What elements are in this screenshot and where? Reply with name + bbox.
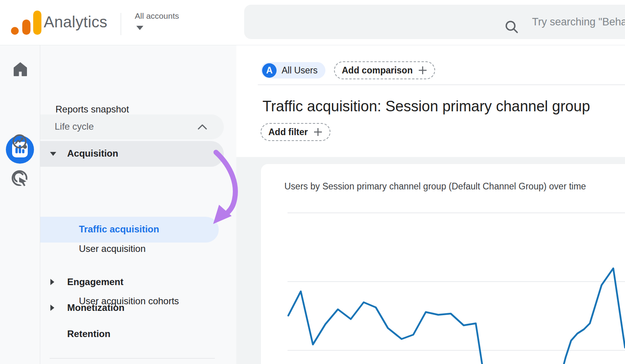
reports-sidebar: Reports snapshot Realtime Life cycle Acq… — [40, 45, 236, 364]
header-row-divider — [258, 84, 625, 85]
rail-advertising-button[interactable] — [0, 170, 40, 188]
rail-home-button[interactable] — [0, 61, 40, 78]
sidebar-item-traffic-acquisition[interactable]: Traffic acquisition — [40, 217, 219, 243]
account-caret-down-icon[interactable] — [136, 26, 143, 30]
sidebar-divider-bottom — [50, 358, 215, 359]
explore-icon — [11, 133, 29, 151]
plus-icon — [418, 66, 427, 75]
chevron-up-icon — [197, 124, 207, 130]
add-filter-label: Add filter — [268, 127, 308, 137]
add-filter-button[interactable]: Add filter — [261, 123, 330, 141]
traffic-acquisition-label: Traffic acquisition — [79, 224, 159, 235]
home-icon — [12, 61, 29, 78]
sidebar-group-engagement[interactable]: Engagement — [67, 277, 123, 287]
rail-explore-button[interactable] — [0, 133, 40, 151]
life-cycle-label: Life cycle — [55, 121, 94, 132]
line-chart — [261, 164, 625, 364]
analytics-app: Analytics All accounts — [0, 0, 625, 364]
audience-chip-label: All Users — [282, 65, 318, 76]
header-divider — [121, 13, 121, 35]
nav-rail — [0, 45, 40, 364]
chart-card: Users by Session primary channel group (… — [261, 164, 625, 364]
caret-down-icon — [50, 152, 56, 156]
account-switcher[interactable]: All accounts — [135, 11, 179, 21]
add-comparison-button[interactable]: Add comparison — [334, 61, 435, 79]
plus-icon — [313, 127, 323, 137]
audience-chip-all-users[interactable]: A All Users — [261, 62, 325, 79]
top-header: Analytics All accounts — [0, 0, 625, 45]
acquisition-label: Acquisition — [67, 148, 118, 159]
search-bar[interactable] — [244, 5, 625, 39]
monetization-caret-right-icon — [50, 305, 54, 311]
page-title: Traffic acquisition: Session primary cha… — [262, 98, 590, 115]
sidebar-item-user-acquisition[interactable]: User acquisition — [79, 243, 146, 254]
sidebar-group-retention[interactable]: Retention — [67, 328, 111, 339]
sidebar-group-monetization[interactable]: Monetization — [67, 302, 125, 313]
brand-title: Analytics — [44, 13, 107, 31]
add-comparison-label: Add comparison — [342, 65, 412, 76]
audience-avatar: A — [262, 63, 277, 78]
sidebar-section-life-cycle[interactable]: Life cycle — [40, 114, 224, 139]
sidebar-item-reports-snapshot[interactable]: Reports snapshot — [55, 104, 129, 115]
search-icon — [504, 20, 519, 34]
engagement-caret-right-icon — [50, 279, 54, 285]
advertising-icon — [11, 170, 30, 188]
google-analytics-logo-icon[interactable] — [11, 10, 41, 35]
search-input[interactable] — [532, 5, 625, 39]
sidebar-group-acquisition[interactable]: Acquisition — [40, 141, 224, 167]
